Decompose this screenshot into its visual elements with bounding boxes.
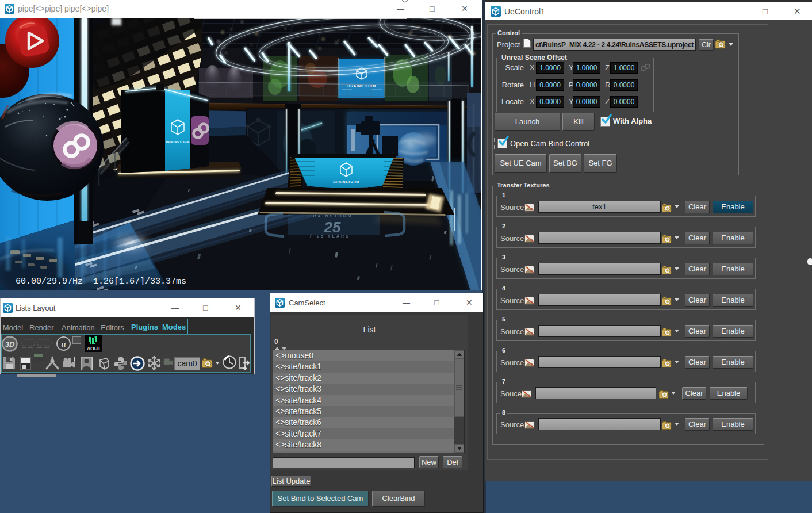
svg-text:25 YEARS: 25 YEARS xyxy=(317,234,350,238)
svg-text:BRAINSTORM: BRAINSTORM xyxy=(166,140,189,144)
svg-text:AOUT: AOUT xyxy=(87,346,101,351)
svg-text:BRAINSTORM: BRAINSTORM xyxy=(308,214,353,218)
svg-text:3D: 3D xyxy=(5,340,15,349)
svg-text:25: 25 xyxy=(324,219,341,236)
svg-text:i: i xyxy=(74,357,75,362)
svg-text:u: u xyxy=(61,339,66,349)
svg-text:BRAINSTORM: BRAINSTORM xyxy=(333,180,359,183)
